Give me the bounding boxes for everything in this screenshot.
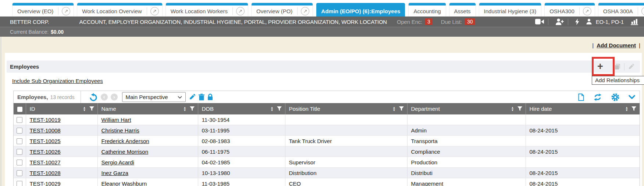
row-checkbox[interactable] xyxy=(17,149,22,155)
column-header-dob[interactable]: DOB ▲▼ xyxy=(198,103,285,114)
column-header-position[interactable]: Position Title ▲▼ xyxy=(285,103,407,114)
employee-id-link[interactable]: TEST-10008 xyxy=(30,127,61,134)
row-checkbox[interactable] xyxy=(17,181,22,186)
tab-overview-eo[interactable]: Overview (EO) ↗ xyxy=(13,3,74,17)
add-relationships-button[interactable]: + xyxy=(590,62,610,72)
employee-id-link[interactable]: TEST-10026 xyxy=(30,149,61,155)
due-list-badge[interactable]: 30 xyxy=(465,18,475,25)
employee-id-link[interactable]: TEST-10029 xyxy=(30,180,61,186)
sort-icon[interactable]: ▲▼ xyxy=(393,106,396,112)
row-checkbox[interactable] xyxy=(17,170,22,176)
open-enc-badge[interactable]: 3 xyxy=(425,18,433,25)
filter-icon[interactable] xyxy=(631,106,636,111)
refresh-button[interactable] xyxy=(593,94,602,101)
grid-toolbar: Employees, 13 records ‹ › Main Perspecti… xyxy=(14,91,640,103)
dob-cell: 06-11-1975 xyxy=(198,146,285,157)
edit-button-disabled[interactable] xyxy=(625,63,638,70)
employee-id-link[interactable]: TEST-10019 xyxy=(30,117,61,123)
tab-industrial-hygiene[interactable]: Industrial Hygiene (3) xyxy=(479,3,541,17)
table-row: TEST-10008 Christine Harris 03-11-1995 A… xyxy=(14,125,640,136)
sort-icon[interactable]: ▲▼ xyxy=(511,106,514,112)
person-icon[interactable] xyxy=(586,18,592,25)
row-checkbox[interactable] xyxy=(17,128,22,134)
open-in-new-button[interactable]: ↗ xyxy=(58,7,74,15)
row-checkbox[interactable] xyxy=(17,160,22,165)
column-header-hiredate[interactable]: Hire date ▲▼ xyxy=(526,103,640,114)
sort-icon[interactable]: ▲▼ xyxy=(271,106,274,112)
row-checkbox[interactable] xyxy=(17,138,22,144)
pipe: | xyxy=(639,42,640,48)
select-all-checkbox[interactable] xyxy=(17,107,22,112)
hiredate-cell xyxy=(526,136,640,146)
tab-accounting[interactable]: Accounting xyxy=(409,3,445,17)
column-header-name[interactable]: Name ▲▼ xyxy=(97,103,198,114)
department-cell: Distributi xyxy=(407,168,526,178)
open-in-new-button[interactable]: ↗ xyxy=(579,7,595,15)
undo-button[interactable] xyxy=(89,93,98,101)
tab-overview-po[interactable]: Overview (PO) ↗ xyxy=(252,3,313,17)
department-cell: Admin xyxy=(407,125,526,136)
filter-icon[interactable] xyxy=(89,106,94,111)
bar-chart-icon[interactable] xyxy=(631,18,639,25)
employee-id-link[interactable]: TEST-10027 xyxy=(30,159,61,165)
tab-osha300[interactable]: OSHA300 ↗ xyxy=(545,3,595,17)
next-button-disabled[interactable]: › xyxy=(111,94,118,101)
department-cell: Production xyxy=(407,157,526,168)
employee-name-link[interactable]: Frederick Anderson xyxy=(102,138,149,144)
employee-id-link[interactable]: TEST-10025 xyxy=(30,138,61,144)
video-camera-icon[interactable] xyxy=(535,19,544,25)
add-person-icon[interactable] xyxy=(555,18,564,25)
dob-cell: 11-03-1985 xyxy=(198,178,285,186)
collapse-button[interactable] xyxy=(629,95,635,99)
column-header-department[interactable]: Department ▲▼ xyxy=(407,103,526,114)
open-in-new-button[interactable]: ↗ xyxy=(147,7,162,15)
lock-icon xyxy=(207,94,213,101)
lightning-icon[interactable] xyxy=(575,18,579,25)
employee-name-link[interactable]: Inez Garza xyxy=(102,170,128,176)
filter-icon[interactable] xyxy=(190,106,195,111)
tab-label: Accounting xyxy=(409,8,445,14)
hiredate-cell: 08-24-2015 xyxy=(526,178,640,186)
balance-bar: Current Balance: $0.00 xyxy=(0,27,644,37)
tab-label: Overview (EO) xyxy=(13,8,58,14)
settings-button[interactable] xyxy=(611,93,619,101)
filter-icon[interactable] xyxy=(399,106,404,111)
filter-icon[interactable] xyxy=(517,106,522,111)
pipe: | xyxy=(592,42,594,48)
copy-button-disabled[interactable] xyxy=(611,63,624,70)
employee-name-link[interactable]: William Hart xyxy=(102,117,131,123)
prev-button-disabled[interactable]: ‹ xyxy=(101,94,108,101)
section-header-actions: + xyxy=(590,61,640,73)
divider xyxy=(568,19,568,25)
perspective-select[interactable]: Main Perspective xyxy=(122,92,186,102)
column-label: Position Title xyxy=(289,106,393,112)
add-document-link[interactable]: Add Document xyxy=(597,42,636,48)
open-in-new-button[interactable]: ↗ xyxy=(232,7,248,15)
org-context-bar: BETTER CORP. ACCOUNT, EMPLOYER ORGANIZAT… xyxy=(0,17,644,27)
open-in-new-button[interactable]: ↗ xyxy=(297,7,313,15)
employee-name-link[interactable]: Sergio Acardi xyxy=(102,159,134,165)
lock-button[interactable] xyxy=(207,94,213,101)
include-sub-organization-link[interactable]: Include Sub Organization Employees xyxy=(12,78,103,84)
sort-icon[interactable]: ▲▼ xyxy=(625,106,628,112)
employee-id-link[interactable]: TEST-10028 xyxy=(30,170,61,176)
filter-icon[interactable] xyxy=(277,106,282,111)
export-document-button[interactable] xyxy=(578,94,584,101)
edit-perspective-button[interactable] xyxy=(189,94,196,101)
employee-name-link[interactable]: Catherine Morrison xyxy=(102,149,149,155)
sort-icon[interactable]: ▲▼ xyxy=(184,106,186,112)
employee-name-link[interactable]: Christine Harris xyxy=(102,127,139,134)
tab-work-location-workers[interactable]: Work Location Workers ↗ xyxy=(166,3,248,17)
department-cell: Compliance xyxy=(407,146,526,157)
tab-admin-employees-active[interactable]: Admin (EO/PO) (6):Employees xyxy=(316,3,405,17)
tab-osha300a[interactable]: OSHA 300A ↗ xyxy=(598,3,644,17)
sort-icon[interactable]: ▲▼ xyxy=(83,106,86,112)
tab-assets[interactable]: Assets xyxy=(449,3,476,17)
open-in-new-button[interactable]: ↗ xyxy=(638,7,644,15)
tab-work-location-overview[interactable]: Work Location Overview ↗ xyxy=(77,3,162,17)
employee-name-link[interactable]: Eleanor Washburn xyxy=(102,180,147,186)
column-header-id[interactable]: ID ▲▼ xyxy=(26,103,97,114)
delete-perspective-button[interactable] xyxy=(199,94,204,101)
due-list-label: Due List: xyxy=(441,19,462,25)
row-checkbox[interactable] xyxy=(17,117,22,123)
